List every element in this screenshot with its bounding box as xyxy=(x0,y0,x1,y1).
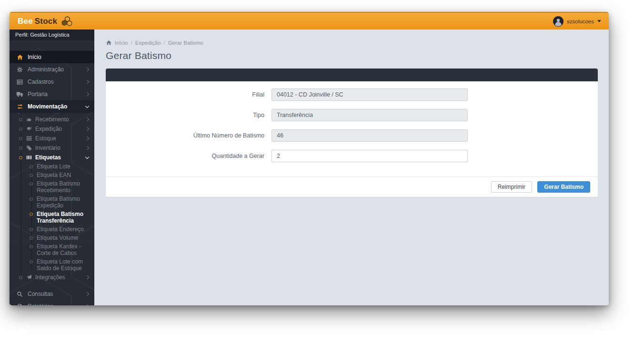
filial-field xyxy=(272,88,468,101)
sidebar-item-label: Início xyxy=(28,54,89,60)
chevron-right-icon xyxy=(85,304,89,305)
sidebar-item-label: Etiqueta Volume xyxy=(37,235,78,241)
tipo-field xyxy=(272,109,468,121)
sidebar-item-integracoes[interactable]: Integrações xyxy=(10,273,94,282)
sidebar-item-etiqueta-lote-saldo[interactable]: Etiqueta Lote com Saldo de Estoque xyxy=(10,257,94,273)
form-row: Último Número de Batismo xyxy=(106,129,598,142)
bullet-icon xyxy=(19,118,22,121)
sidebar-item-label: Etiqueta Batismo Recebimento xyxy=(37,180,90,194)
sidebar-item-label: Movimentação xyxy=(28,103,86,110)
tag-icon xyxy=(26,145,32,151)
sidebar-item-label: Etiquetas xyxy=(35,153,86,162)
chevron-right-icon xyxy=(85,127,89,131)
sidebar-item-etiqueta-endereco[interactable]: Etiqueta Endereço xyxy=(10,225,94,234)
filial-label: Filial xyxy=(106,91,272,98)
sidebar-item-etiquetas[interactable]: Etiquetas xyxy=(10,153,94,162)
bullet-icon xyxy=(30,182,33,186)
breadcrumb: Início / Expedição / Gerar Batismo xyxy=(106,40,598,46)
sidebar-item-label: Etiqueta Lote com Saldo de Estoque xyxy=(37,258,90,272)
sidebar-item-label: Relatórios xyxy=(28,303,86,305)
logo-text-bee: Bee xyxy=(18,17,33,26)
chevron-right-icon xyxy=(85,117,89,121)
etiquetas-submenu: Etiqueta Lote Etiqueta EAN Etiqueta Bati… xyxy=(10,162,94,273)
bullet-icon xyxy=(19,147,22,150)
gerar-batismo-button[interactable]: Gerar Batismo xyxy=(537,181,590,193)
sidebar-item-label: Estoque xyxy=(35,134,86,143)
dispatch-icon xyxy=(26,126,32,132)
reimprimir-button[interactable]: Reimprimir xyxy=(491,181,532,193)
bullet-icon xyxy=(30,213,33,216)
page-title: Gerar Batismo xyxy=(106,50,598,61)
form-row: Quantidade a Gerar xyxy=(106,150,598,162)
breadcrumb-link-inicio[interactable]: Início xyxy=(115,40,128,46)
sidebar-item-etiqueta-batismo-recebimento[interactable]: Etiqueta Batismo Recebimento xyxy=(10,179,94,195)
page-background: BeeStock szsolucoes xyxy=(0,0,644,342)
search-icon xyxy=(16,291,23,298)
ultimo-numero-batismo-field xyxy=(272,129,468,142)
sidebar-item-inicio[interactable]: Início xyxy=(10,51,94,63)
chevron-right-icon xyxy=(85,92,89,96)
sidebar-item-portaria[interactable]: Portaria xyxy=(10,88,94,100)
sidebar-item-label: Consultas xyxy=(28,291,86,297)
chevron-right-icon xyxy=(85,146,89,150)
sidebar-item-etiqueta-kardex[interactable]: Etiqueta Kardex - Corte de Cabos xyxy=(10,242,94,257)
chevron-down-icon xyxy=(597,20,601,22)
bullet-icon xyxy=(30,228,33,231)
sidebar-item-relatorios[interactable]: Relatórios xyxy=(10,300,94,305)
receive-icon xyxy=(26,117,32,123)
sidebar-item-etiqueta-volume[interactable]: Etiqueta Volume xyxy=(10,234,94,242)
bullet-icon xyxy=(30,245,33,248)
sidebar-item-label: Etiqueta Endereço xyxy=(37,226,84,233)
form-row: Filial xyxy=(106,88,598,101)
sidebar-item-expedicao[interactable]: Expedição xyxy=(10,124,94,134)
sidebar-item-etiqueta-batismo-expedicao[interactable]: Etiqueta Batismo Expedição xyxy=(10,195,94,210)
user-menu[interactable]: szsolucoes xyxy=(553,16,601,27)
user-name: szsolucoes xyxy=(567,19,594,24)
bullet-icon xyxy=(19,127,22,131)
sidebar-item-recebimento[interactable]: Recebimento xyxy=(10,115,94,124)
sidebar-item-movimentacao[interactable]: Movimentação xyxy=(10,100,94,113)
sidebar-item-administracao[interactable]: Administração xyxy=(10,63,94,76)
main-content: Início / Expedição / Gerar Batismo Gerar… xyxy=(94,29,609,305)
sidebar-item-label: Etiqueta EAN xyxy=(37,172,71,178)
sidebar-item-label: Cadastros xyxy=(28,78,86,85)
profile-label: Perfil: Gestão Logística xyxy=(10,29,94,40)
bullet-icon xyxy=(30,260,33,264)
truck-icon xyxy=(16,91,23,98)
bullet-icon xyxy=(30,165,33,168)
tipo-label: Tipo xyxy=(106,112,272,118)
sidebar-item-label: Portaria xyxy=(28,91,86,98)
sidebar-item-estoque[interactable]: Estoque xyxy=(10,134,94,143)
panel-body: Filial Tipo Último Número de Batismo Qua… xyxy=(106,81,598,176)
gears-icon xyxy=(16,66,23,73)
chevron-down-icon xyxy=(85,155,89,158)
spacer xyxy=(10,283,94,288)
sidebar-item-label: Expedição xyxy=(35,124,86,134)
sidebar-item-inventario[interactable]: Inventário xyxy=(10,143,94,153)
sidebar-item-cadastros[interactable]: Cadastros xyxy=(10,76,94,88)
sidebar-item-consultas[interactable]: Consultas xyxy=(10,288,94,300)
panel-heading xyxy=(106,68,598,81)
sidebar-item-etiqueta-batismo-transferencia[interactable]: Etiqueta Batismo Transferência xyxy=(10,210,94,225)
bullet-icon xyxy=(30,236,33,240)
quantidade-a-gerar-field[interactable] xyxy=(272,150,468,162)
sidebar-item-label: Administração xyxy=(28,66,86,73)
ultimo-numero-batismo-label: Último Número de Batismo xyxy=(106,132,272,139)
bullet-icon xyxy=(30,197,33,201)
home-icon[interactable] xyxy=(106,40,112,46)
logo-text-stock: Stock xyxy=(35,17,57,26)
top-bar: BeeStock szsolucoes xyxy=(10,12,609,29)
beestock-logo[interactable]: BeeStock xyxy=(18,16,73,27)
chevron-down-icon xyxy=(85,104,89,107)
chevron-right-icon xyxy=(85,68,89,71)
sidebar-item-label: Inventário xyxy=(35,143,86,153)
chevron-right-icon xyxy=(85,275,89,279)
sidebar-item-etiqueta-ean[interactable]: Etiqueta EAN xyxy=(10,171,94,179)
breadcrumb-current: Gerar Batismo xyxy=(168,40,203,46)
sidebar-item-etiqueta-lote[interactable]: Etiqueta Lote xyxy=(10,162,94,171)
movimentacao-submenu: Recebimento Expedição Estoque xyxy=(10,113,94,283)
form-row: Tipo xyxy=(106,109,598,121)
breadcrumb-link-expedicao[interactable]: Expedição xyxy=(135,40,161,46)
file-icon xyxy=(16,303,23,306)
honeycomb-logo-icon xyxy=(60,16,73,27)
